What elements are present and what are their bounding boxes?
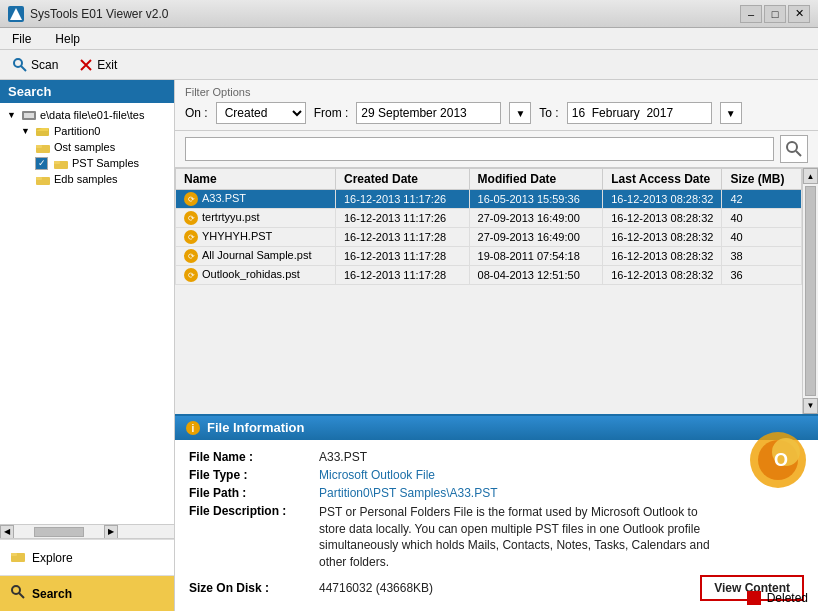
- exit-button[interactable]: Exit: [70, 54, 125, 76]
- folder-pst-icon: [53, 156, 69, 170]
- file-row-size: 38: [722, 247, 802, 266]
- file-row-accessed: 16-12-2013 08:28:32: [603, 247, 722, 266]
- file-path-row: File Path : Partition0\PST Samples\A33.P…: [189, 484, 804, 502]
- col-size: Size (MB): [722, 169, 802, 190]
- file-row-accessed: 16-12-2013 08:28:32: [603, 266, 722, 285]
- file-name-value: A33.PST: [319, 450, 804, 464]
- from-calendar-btn[interactable]: ▼: [509, 102, 531, 124]
- file-type-icon: ⟳: [184, 230, 198, 244]
- file-size-label: Size On Disk :: [189, 581, 319, 595]
- file-row-created: 16-12-2013 11:17:26: [336, 209, 470, 228]
- file-row-size: 36: [722, 266, 802, 285]
- file-row-size: 42: [722, 190, 802, 209]
- file-info: i File Information File Name : A33.PST F…: [175, 414, 818, 611]
- tree-item-partition0-label: Partition0: [54, 125, 100, 137]
- tree-item-edb[interactable]: Edb samples: [4, 171, 170, 187]
- col-accessed: Last Access Date: [603, 169, 722, 190]
- file-desc-label: File Description :: [189, 504, 319, 518]
- left-panel-header: Search: [0, 80, 174, 103]
- svg-marker-0: [10, 8, 22, 20]
- vertical-scrollbar[interactable]: ▲ ▼: [802, 168, 818, 414]
- tree-item-ost-label: Ost samples: [54, 141, 115, 153]
- table-row[interactable]: ⟳A33.PST16-12-2013 11:17:2616-05-2013 15…: [176, 190, 802, 209]
- file-row-name: ⟳YHYHYH.PST: [176, 228, 336, 247]
- filter-options: Filter Options On : Created From : ▼ To …: [175, 80, 818, 131]
- tree-item-ost[interactable]: Ost samples: [4, 139, 170, 155]
- nav-search[interactable]: Search: [0, 575, 174, 611]
- col-name: Name: [176, 169, 336, 190]
- file-type-icon: ⟳: [184, 192, 198, 206]
- table-row[interactable]: ⟳Outlook_rohidas.pst16-12-2013 11:17:280…: [176, 266, 802, 285]
- table-row[interactable]: ⟳tertrtyyu.pst16-12-2013 11:17:2627-09-2…: [176, 209, 802, 228]
- table-row[interactable]: ⟳All Journal Sample.pst16-12-2013 11:17:…: [176, 247, 802, 266]
- file-info-header: i File Information: [175, 416, 818, 440]
- svg-rect-14: [11, 553, 17, 556]
- svg-rect-10: [54, 161, 60, 164]
- nav-explore[interactable]: Explore: [0, 539, 174, 575]
- file-row-name: ⟳Outlook_rohidas.pst: [176, 266, 336, 285]
- deleted-color-box: [747, 591, 761, 605]
- file-row-created: 16-12-2013 11:17:26: [336, 190, 470, 209]
- file-desc-row: File Description : PST or Personal Folde…: [189, 502, 804, 573]
- nav-explore-label: Explore: [32, 551, 73, 565]
- checkbox-pst[interactable]: ✓: [35, 157, 48, 170]
- scroll-up-btn[interactable]: ▲: [803, 168, 818, 184]
- file-row-name: ⟳tertrtyyu.pst: [176, 209, 336, 228]
- filter-on-select[interactable]: Created: [216, 102, 306, 124]
- filter-row: On : Created From : ▼ To : ▼: [185, 102, 808, 124]
- svg-line-18: [796, 151, 801, 156]
- minimize-button[interactable]: –: [740, 5, 762, 23]
- outlook-logo: O: [748, 430, 808, 490]
- file-row-modified: 27-09-2013 16:49:00: [469, 209, 603, 228]
- horizontal-scrollbar[interactable]: ◀ ▶: [0, 524, 174, 538]
- scan-button[interactable]: Scan: [4, 54, 66, 76]
- toolbar: Scan Exit: [0, 50, 818, 80]
- file-row-accessed: 16-12-2013 08:28:32: [603, 190, 722, 209]
- file-row-size: 40: [722, 228, 802, 247]
- on-label: On :: [185, 106, 208, 120]
- search-input[interactable]: [185, 137, 774, 161]
- maximize-button[interactable]: □: [764, 5, 786, 23]
- file-row-name: ⟳A33.PST: [176, 190, 336, 209]
- scan-icon: [12, 57, 28, 73]
- search-icon: [785, 140, 803, 158]
- file-row-created: 16-12-2013 11:17:28: [336, 228, 470, 247]
- search-button[interactable]: [780, 135, 808, 163]
- title-bar-left: SysTools E01 Viewer v2.0: [8, 6, 169, 22]
- file-row-accessed: 16-12-2013 08:28:32: [603, 228, 722, 247]
- to-calendar-btn[interactable]: ▼: [720, 102, 742, 124]
- file-table: Name Created Date Modified Date Last Acc…: [175, 168, 802, 285]
- file-name-label: File Name :: [189, 450, 319, 464]
- scroll-thumb-v[interactable]: [805, 186, 816, 396]
- file-row-modified: 19-08-2011 07:54:18: [469, 247, 603, 266]
- filter-from-input[interactable]: [356, 102, 501, 124]
- close-button[interactable]: ✕: [788, 5, 810, 23]
- to-label: To :: [539, 106, 558, 120]
- folder-edb-icon: [35, 172, 51, 186]
- file-type-label: File Type :: [189, 468, 319, 482]
- file-row-modified: 16-05-2013 15:59:36: [469, 190, 603, 209]
- deleted-legend: Deleted: [747, 591, 808, 605]
- scroll-thumb-h[interactable]: [34, 527, 84, 537]
- search-nav-icon: [10, 584, 26, 603]
- menu-file[interactable]: File: [4, 30, 39, 48]
- tree-item-pst[interactable]: ✓ PST Samples: [4, 155, 170, 171]
- filter-to-input[interactable]: [567, 102, 712, 124]
- table-row[interactable]: ⟳YHYHYH.PST16-12-2013 11:17:2827-09-2013…: [176, 228, 802, 247]
- nav-search-label: Search: [32, 587, 72, 601]
- file-type-row: File Type : Microsoft Outlook File: [189, 466, 804, 484]
- file-row-modified: 27-09-2013 16:49:00: [469, 228, 603, 247]
- file-row-size: 40: [722, 209, 802, 228]
- tree-item-partition0[interactable]: ▼ Partition0: [4, 123, 170, 139]
- expand-icon: ▼: [7, 110, 16, 120]
- window-controls[interactable]: – □ ✕: [740, 5, 810, 23]
- file-row-created: 16-12-2013 11:17:28: [336, 247, 470, 266]
- svg-line-16: [19, 593, 24, 598]
- scroll-right-btn[interactable]: ▶: [104, 525, 118, 539]
- bottom-nav: Explore Search: [0, 538, 174, 611]
- scroll-down-btn[interactable]: ▼: [803, 398, 818, 414]
- scroll-left-btn[interactable]: ◀: [0, 525, 14, 539]
- right-panel: Filter Options On : Created From : ▼ To …: [175, 80, 818, 611]
- tree-item-drive[interactable]: ▼ e\data file\e01-file\tes: [4, 107, 170, 123]
- menu-help[interactable]: Help: [47, 30, 88, 48]
